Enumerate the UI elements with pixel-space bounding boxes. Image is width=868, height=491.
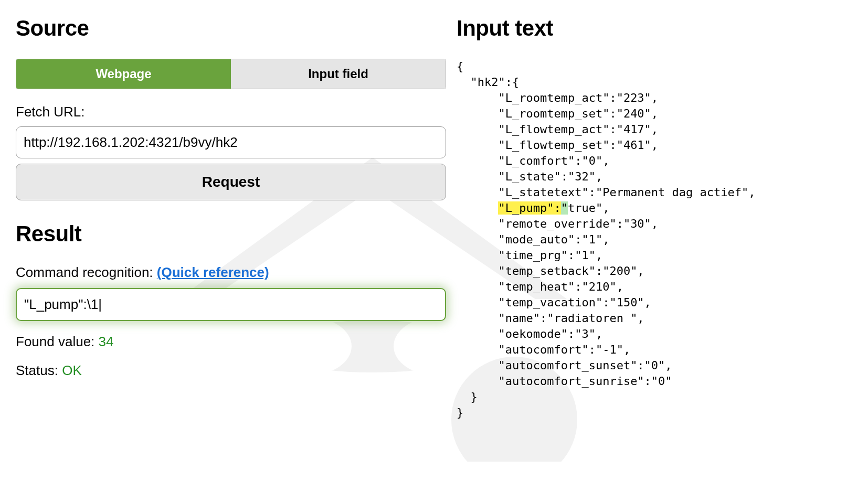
json-line: "L_pump":"true",: [457, 200, 852, 216]
json-line: }: [457, 405, 852, 421]
json-line: "L_statetext":"Permanent dag actief",: [457, 185, 852, 200]
request-button[interactable]: Request: [16, 164, 446, 200]
json-line: "autocomfort_sunrise":"0": [457, 373, 852, 389]
json-line: "L_roomtemp_set":"240",: [457, 106, 852, 122]
tab-input-field[interactable]: Input field: [231, 59, 446, 89]
json-line: "L_flowtemp_set":"461",: [457, 137, 852, 153]
source-heading: Source: [16, 16, 446, 41]
fetch-url-input[interactable]: [16, 126, 446, 158]
json-line: "temp_setback":"200",: [457, 263, 852, 279]
json-line: "L_comfort":"0",: [457, 153, 852, 169]
found-value: 34: [99, 334, 114, 349]
command-recognition-label: Command recognition:: [16, 264, 157, 280]
json-line: {: [457, 59, 852, 74]
json-line: "hk2":{: [457, 74, 852, 90]
json-line: "autocomfort":"-1",: [457, 342, 852, 358]
input-text-json: { "hk2":{ "L_roomtemp_act":"223", "L_roo…: [457, 59, 852, 421]
json-line: "oekomode":"3",: [457, 326, 852, 342]
json-line: "autocomfort_sunset":"0",: [457, 358, 852, 373]
found-value-row: Found value: 34: [16, 334, 446, 350]
json-line: "name":"radiatoren ",: [457, 311, 852, 326]
json-line: "L_state":"32",: [457, 169, 852, 185]
json-line: "mode_auto":"1",: [457, 232, 852, 248]
json-line: "remote_override":"30",: [457, 216, 852, 232]
command-recognition-input[interactable]: [16, 288, 446, 321]
status-label: Status:: [16, 362, 62, 378]
quick-reference-link[interactable]: (Quick reference): [157, 264, 269, 280]
found-value-label: Found value:: [16, 334, 99, 349]
status-row: Status: OK: [16, 362, 446, 379]
json-highlight-key: "L_pump":: [498, 201, 560, 215]
input-text-heading: Input text: [457, 16, 852, 41]
status-value: OK: [62, 362, 82, 378]
json-line: }: [457, 389, 852, 405]
json-line: "L_roomtemp_act":"223",: [457, 90, 852, 106]
result-heading: Result: [16, 221, 446, 247]
json-line: "temp_heat":"210",: [457, 279, 852, 295]
json-line: "L_flowtemp_act":"417",: [457, 122, 852, 137]
source-tabs: Webpage Input field: [16, 59, 446, 89]
json-highlight-value: ": [561, 201, 568, 215]
command-recognition-row: Command recognition: (Quick reference): [16, 264, 446, 281]
fetch-url-label: Fetch URL:: [16, 104, 446, 120]
tab-webpage[interactable]: Webpage: [16, 59, 231, 89]
json-line: "temp_vacation":"150",: [457, 295, 852, 311]
json-line: "time_prg":"1",: [457, 248, 852, 263]
